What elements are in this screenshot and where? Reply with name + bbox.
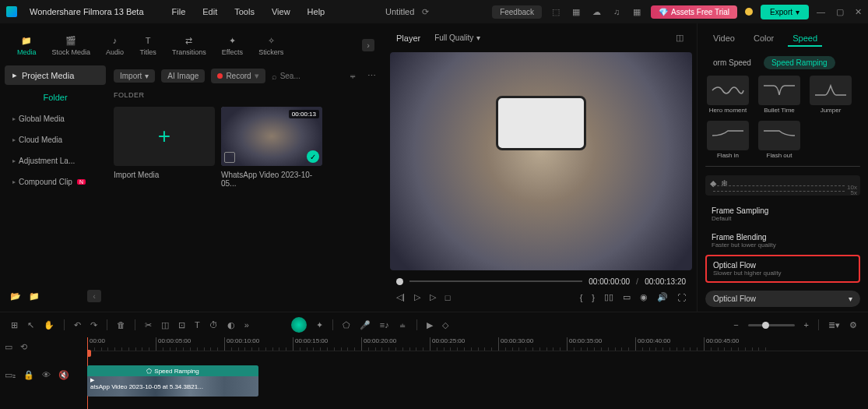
- grid-icon[interactable]: ▦: [631, 5, 643, 18]
- view-mode-icon[interactable]: ≣▾: [828, 320, 840, 330]
- record-dropdown[interactable]: Record▾: [211, 69, 265, 83]
- text-icon[interactable]: T: [195, 320, 200, 330]
- sidebar-item-global[interactable]: ▸Global Media: [5, 110, 106, 128]
- zoom-out-icon[interactable]: −: [733, 320, 738, 330]
- play-icon[interactable]: ▷: [414, 292, 420, 302]
- tab-media[interactable]: 📁Media: [11, 31, 43, 59]
- volume-icon[interactable]: 🔊: [657, 292, 668, 302]
- tab-stickers[interactable]: ✧Stickers: [252, 31, 290, 59]
- fullscreen-icon[interactable]: ⛶: [677, 293, 686, 302]
- preset-jumper[interactable]: Jumper: [808, 76, 853, 115]
- track-add-icon[interactable]: ▭: [5, 342, 12, 352]
- sidebar-item-adjustment[interactable]: ▸Adjustment La...: [5, 152, 106, 170]
- menu-file[interactable]: File: [172, 7, 186, 16]
- tab-video[interactable]: Video: [708, 31, 740, 47]
- scrub-track[interactable]: [409, 280, 582, 282]
- keyframe-icon[interactable]: ◆: [710, 178, 716, 189]
- tab-titles[interactable]: TTitles: [133, 31, 163, 59]
- tab-color[interactable]: Color: [749, 31, 778, 47]
- maximize-icon[interactable]: ▢: [836, 7, 844, 17]
- import-media-tile[interactable]: + Import Media: [114, 107, 215, 188]
- menu-help[interactable]: Help: [307, 7, 325, 16]
- option-frame-sampling[interactable]: Frame SamplingDefault: [705, 202, 860, 227]
- render-icon[interactable]: ▶: [427, 320, 433, 330]
- folder-label[interactable]: Folder: [5, 88, 106, 107]
- video-preview[interactable]: [390, 52, 692, 270]
- zoom-slider[interactable]: [748, 324, 795, 326]
- delete-icon[interactable]: 🗑: [117, 320, 125, 330]
- layout-icon[interactable]: ⊞: [11, 320, 18, 330]
- color-icon[interactable]: ◐: [227, 320, 235, 330]
- preset-flashin[interactable]: Flash in: [705, 121, 750, 160]
- search-input[interactable]: [280, 72, 327, 80]
- ai-button[interactable]: [291, 317, 307, 333]
- tab-effects[interactable]: ✦Effects: [216, 31, 249, 59]
- menu-view[interactable]: View: [272, 7, 290, 16]
- more-tools-icon[interactable]: »: [244, 320, 249, 330]
- quality-dropdown[interactable]: Full Quality ▾: [428, 31, 487, 44]
- more-icon[interactable]: ⋯: [365, 70, 378, 83]
- panel-icon[interactable]: ▦: [570, 5, 582, 18]
- zoom-in-icon[interactable]: +: [804, 320, 809, 330]
- timeline-clip[interactable]: ⬠Speed Ramping ▶atsApp Video 2023-10-05 …: [87, 365, 258, 397]
- effects-icon[interactable]: ✦: [316, 320, 323, 330]
- split-icon[interactable]: ✂: [145, 320, 152, 330]
- speed-ramping-button[interactable]: Speed Ramping: [764, 56, 835, 69]
- link-icon[interactable]: ⟲: [20, 342, 27, 352]
- filter-icon[interactable]: ⫧: [346, 70, 359, 83]
- settings-icon[interactable]: ⚙: [849, 320, 857, 330]
- camera-icon[interactable]: ◉: [640, 292, 648, 302]
- tabs-more-icon[interactable]: ›: [362, 39, 374, 51]
- option-optical-flow[interactable]: Optical FlowSlower but higher quality: [705, 255, 860, 283]
- tab-audio[interactable]: ♪Audio: [100, 31, 130, 59]
- hand-icon[interactable]: ✋: [44, 320, 54, 330]
- menu-tools[interactable]: Tools: [234, 7, 255, 16]
- folder-add-icon[interactable]: 📁: [28, 290, 40, 302]
- preset-bullet[interactable]: Bullet Time: [757, 76, 802, 115]
- next-icon[interactable]: ▷: [430, 292, 436, 302]
- sidebar-item-cloud[interactable]: ▸Cloud Media: [5, 131, 106, 149]
- project-title[interactable]: Untitled: [385, 7, 414, 16]
- redo-icon[interactable]: ↷: [90, 320, 97, 330]
- sidebar-item-compound[interactable]: ▸Compound ClipN: [5, 173, 106, 191]
- keyframe-tool-icon[interactable]: ◇: [442, 320, 448, 330]
- mark-in-icon[interactable]: {: [580, 293, 583, 302]
- assets-trial-button[interactable]: 💎 Assets Free Trial: [651, 5, 737, 19]
- scrub-handle[interactable]: [396, 278, 403, 285]
- pointer-icon[interactable]: ↖: [27, 320, 34, 330]
- history-icon[interactable]: ⟳: [419, 5, 431, 18]
- mute-icon[interactable]: 🔇: [58, 370, 69, 380]
- menu-edit[interactable]: Edit: [202, 7, 217, 16]
- minimize-icon[interactable]: —: [817, 7, 825, 17]
- cloud-icon[interactable]: ☁: [590, 5, 603, 18]
- export-button[interactable]: Export ▾: [761, 5, 809, 19]
- tab-transitions[interactable]: ⇄Transitions: [166, 31, 213, 59]
- import-dropdown[interactable]: Import ▾: [114, 69, 155, 83]
- collapse-icon[interactable]: ‹: [87, 290, 101, 302]
- tab-speed[interactable]: Speed: [788, 31, 822, 47]
- preset-hero[interactable]: Hero moment: [705, 76, 750, 115]
- speed-icon[interactable]: ⏱: [209, 320, 218, 330]
- timeline-tracks[interactable]: 00:0000:00:05:0000:00:10:0000:00:15:0000…: [87, 337, 868, 409]
- track-video-icon[interactable]: ▭₂: [5, 370, 16, 380]
- device-icon[interactable]: ⬚: [550, 5, 562, 18]
- project-media-button[interactable]: ▸Project Media: [5, 65, 106, 85]
- speed-graph[interactable]: ◆❄ 10x 5x: [705, 175, 860, 196]
- group-icon[interactable]: ⊡: [178, 320, 185, 330]
- display-icon[interactable]: ▭: [623, 292, 631, 302]
- prev-frame-icon[interactable]: ◁|: [396, 292, 405, 302]
- ai-image-button[interactable]: AI Image: [161, 69, 205, 83]
- undo-icon[interactable]: ↶: [74, 320, 81, 330]
- eye-icon[interactable]: 👁: [42, 370, 51, 379]
- snapshot-icon[interactable]: ◫: [673, 32, 686, 44]
- headset-icon[interactable]: ♫: [610, 5, 623, 18]
- user-avatar[interactable]: [745, 8, 753, 16]
- close-icon[interactable]: ✕: [855, 7, 862, 17]
- uniform-speed-button[interactable]: orm Speed: [705, 56, 759, 69]
- lock-icon[interactable]: 🔒: [23, 370, 34, 380]
- media-clip-tile[interactable]: 00:00:13 ✓ WhatsApp Video 2023-10-05...: [221, 107, 322, 188]
- snowflake-icon[interactable]: ❄: [721, 178, 728, 189]
- folder-open-icon[interactable]: 📂: [9, 290, 22, 302]
- tab-stock[interactable]: 🎬Stock Media: [46, 31, 97, 59]
- interpolation-dropdown[interactable]: Optical Flow▾: [705, 291, 860, 307]
